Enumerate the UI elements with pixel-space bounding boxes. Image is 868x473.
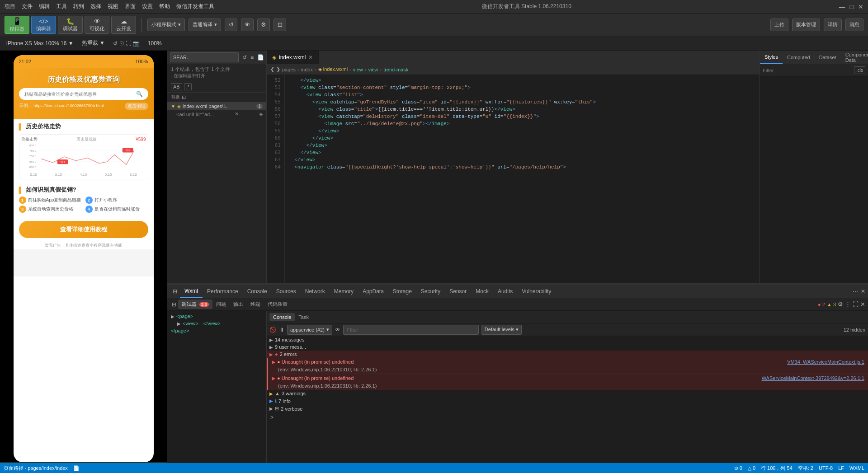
appservice-select[interactable]: appservice (#2) ▾ — [287, 325, 332, 335]
refresh-button[interactable]: ↺ — [225, 19, 237, 31]
devtools-settings-icon[interactable]: ⚙ — [838, 301, 843, 308]
menu-tool[interactable]: 工具 — [56, 3, 67, 10]
search-file-icon[interactable]: 📄 — [257, 54, 264, 61]
console-group-user[interactable]: ▶ 9 user mess... — [267, 343, 868, 351]
error-1-arrow[interactable]: ▶ — [272, 359, 275, 365]
task-tab[interactable]: Task — [295, 313, 312, 321]
simulator-button[interactable]: 📱 模拟器 — [5, 16, 29, 34]
cloud-button[interactable]: ☁ 云开发 — [111, 16, 136, 34]
devtools-tab-performance[interactable]: Performance — [203, 285, 243, 298]
error-1-file[interactable]: VM34_WAServiceMainContext.js:1 — [787, 359, 864, 365]
console-eye-icon[interactable]: 👁 — [335, 327, 340, 333]
search-option-ab[interactable]: AB — [171, 83, 182, 90]
phone-search-input[interactable] — [24, 92, 136, 97]
realdevice-button[interactable]: ⚙ — [257, 19, 270, 31]
search-refresh-icon[interactable]: ↺ — [242, 54, 247, 61]
issues-tab[interactable]: 问题 — [212, 300, 230, 309]
maximize-button[interactable]: □ — [850, 3, 854, 10]
tutorial-button[interactable]: 查看详细使用教程 — [19, 221, 148, 238]
styles-cls-button[interactable]: .cls — [854, 66, 865, 74]
screenshot-icon[interactable]: 📷 — [133, 40, 140, 47]
console-group-verbose[interactable]: ▶ ⊟ 2 verbose — [267, 405, 868, 412]
console-group-info[interactable]: ▶ ℹ 7 info — [267, 397, 868, 405]
version-manager-button[interactable]: 版本管理 — [792, 19, 820, 31]
menu-view[interactable]: 视图 — [108, 3, 118, 10]
editor-button[interactable]: </> 编辑器 — [31, 16, 56, 34]
styles-filter-input[interactable] — [763, 68, 854, 73]
styles-tab-computed[interactable]: Computed — [783, 51, 815, 64]
search-replace-icon[interactable]: ⊡ — [182, 94, 186, 100]
search-option-regex[interactable]: .* — [184, 83, 192, 90]
debugger-tab[interactable]: 调试器 2.3 — [178, 300, 212, 309]
clearcache-button[interactable]: ⊡ — [274, 19, 286, 31]
menu-project[interactable]: 项目 — [5, 3, 15, 10]
breadcrumb-trend-mask[interactable]: trend-mask — [383, 67, 408, 72]
editor-tab-close[interactable]: ✕ — [308, 54, 313, 61]
error-2-arrow[interactable]: ▶ — [272, 375, 275, 381]
menu-help[interactable]: 帮助 — [159, 3, 170, 10]
device-select[interactable]: iPhone XS Max 100% 16 ▼ — [4, 39, 76, 47]
styles-tab-dataset[interactable]: Dataset — [815, 51, 841, 64]
phone-search-icon[interactable]: 🔍 — [136, 91, 143, 97]
devtools-tab-sources[interactable]: Sources — [272, 285, 301, 298]
console-tab[interactable]: Console — [269, 313, 295, 321]
devtools-tab-audits[interactable]: Audits — [493, 285, 517, 298]
devtools-more-icon[interactable]: ⋯ — [853, 288, 858, 295]
menu-edit[interactable]: 编辑 — [39, 3, 50, 10]
node-item-view[interactable]: ▶ <view>…</view> — [171, 320, 263, 327]
breadcrumb-nav-right[interactable]: ❯ — [276, 66, 280, 72]
detail-button[interactable]: 详情 — [824, 19, 842, 31]
menu-settings[interactable]: 设置 — [142, 3, 153, 10]
menu-file[interactable]: 文件 — [22, 3, 33, 10]
styles-tab-styles[interactable]: Styles — [760, 51, 783, 64]
error-2-file[interactable]: WAServiceMainContext-39729492&v=2.26.1:1 — [762, 375, 864, 381]
menu-goto[interactable]: 转到 — [73, 3, 84, 10]
search-input[interactable] — [170, 52, 239, 62]
devtools-close-icon[interactable]: ✕ — [861, 288, 865, 295]
breadcrumb-view1[interactable]: view — [353, 67, 363, 72]
search-clear-icon[interactable]: ≡ — [250, 54, 254, 61]
console-group-warnings[interactable]: ▶ ▲ 3 warnings — [267, 390, 868, 397]
visual-button[interactable]: 👁 可视化 — [85, 16, 109, 34]
devtools-tab-console[interactable]: Console — [243, 285, 272, 298]
compile-select[interactable]: 普通编译 ▾ — [189, 19, 221, 31]
message-button[interactable]: 消息 — [845, 19, 863, 31]
close-button[interactable]: ✕ — [858, 3, 863, 10]
breadcrumb-view2[interactable]: view — [368, 67, 378, 72]
devtools-tab-appdata[interactable]: AppData — [358, 285, 388, 298]
statusbar-path-label[interactable]: 页面路径 · pages/index/index — [4, 465, 68, 472]
minimize-button[interactable]: — — [839, 3, 845, 10]
preview-button[interactable]: 👁 — [241, 19, 254, 31]
phone-test-button[interactable]: 点击测试 — [125, 103, 148, 110]
breadcrumb-nav-left[interactable]: ❮ — [270, 66, 274, 72]
fullscreen-icon[interactable]: ⛶ — [126, 40, 131, 47]
upload-button[interactable]: 上传 — [770, 19, 788, 31]
menu-wechat-devtools[interactable]: 微信开发者工具 — [176, 3, 214, 10]
levels-select[interactable]: Default levels ▾ — [481, 325, 522, 335]
devtools-close-btn[interactable]: ✕ — [860, 301, 865, 308]
breadcrumb-file[interactable]: ◈ index.wxml — [318, 66, 348, 72]
menu-interface[interactable]: 界面 — [125, 3, 136, 10]
console-input[interactable] — [275, 415, 864, 420]
hot-reload-toggle[interactable]: 热重载 ▼ — [79, 38, 108, 48]
devtools-panel-toggle[interactable]: ⊟ — [170, 301, 178, 308]
devtools-tab-vulnerability[interactable]: Vulnerability — [517, 285, 556, 298]
search-result-file-item[interactable]: ▼ ◈ index.wxml pages\i... 1 — [167, 102, 266, 110]
devtools-maximize-icon[interactable]: ⛶ — [853, 301, 859, 308]
node-item-page-close[interactable]: </page> — [171, 327, 263, 334]
reload-icon[interactable]: ↺ — [113, 40, 118, 47]
styles-tab-component[interactable]: Component Data — [841, 51, 868, 64]
console-filter-input[interactable] — [343, 325, 479, 335]
devtools-tab-network[interactable]: Network — [301, 285, 330, 298]
stop-icon[interactable]: ⊡ — [119, 40, 124, 47]
mode-select[interactable]: 小程序模式 ▾ — [147, 19, 185, 31]
console-group-errors[interactable]: ▶ ● 2 errors — [267, 351, 868, 358]
search-result-match[interactable]: <ad unit-id="ad... ✕ ◈ — [167, 110, 266, 118]
code-quality-tab[interactable]: 代码质量 — [264, 300, 291, 309]
devtools-tab-mock[interactable]: Mock — [471, 285, 493, 298]
terminal-tab[interactable]: 终端 — [247, 300, 264, 309]
devtools-tab-memory[interactable]: Memory — [330, 285, 358, 298]
devtools-sidebar-icon[interactable]: ⊟ — [170, 288, 180, 295]
output-tab[interactable]: 输出 — [230, 300, 247, 309]
menu-select[interactable]: 选择 — [90, 3, 101, 10]
